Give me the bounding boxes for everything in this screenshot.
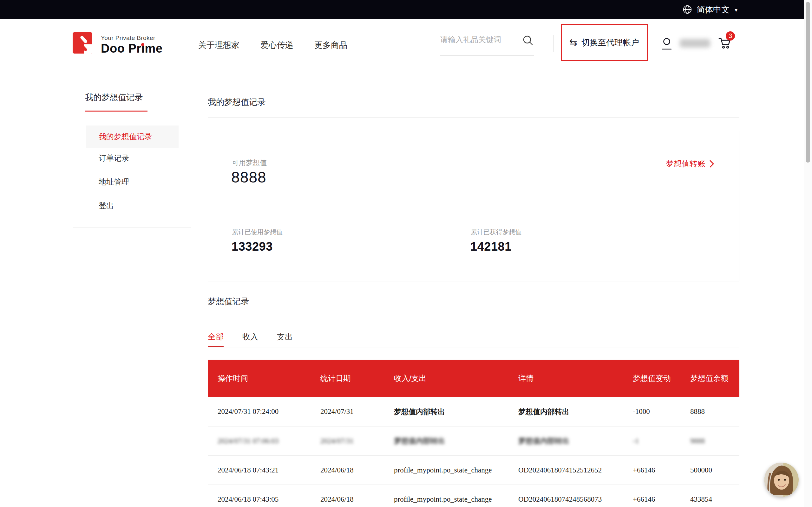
globe-icon xyxy=(682,4,693,14)
search-input[interactable] xyxy=(440,35,516,44)
cell-balance: 9888 xyxy=(690,437,740,445)
sidebar-item-my-dream-value-records[interactable]: 我的梦想值记录 xyxy=(86,125,179,148)
search-icon[interactable] xyxy=(522,35,534,47)
earned-dream-value-label: 累计已获得梦想值 xyxy=(471,228,521,236)
sidebar-title: 我的梦想值记录 xyxy=(85,92,143,103)
cell-change: +66146 xyxy=(633,466,690,474)
table-row: 2024/06/18 07:43:21 2024/06/18 profile_m… xyxy=(208,455,740,485)
tab-income[interactable]: 收入 xyxy=(242,331,258,342)
chevron-right-icon xyxy=(709,159,714,168)
header-operation-time: 操作时间 xyxy=(217,373,320,384)
divider xyxy=(208,117,740,118)
cell-income-expense: 梦想值内部转出 xyxy=(394,407,518,417)
user-account-icon[interactable] xyxy=(660,37,673,53)
cell-change: +66146 xyxy=(633,495,690,504)
cell-details: OD20240618074248568073 xyxy=(518,495,633,504)
cell-income-expense: profile_mypoint.po_state_change xyxy=(394,495,518,504)
divider xyxy=(208,316,740,316)
tabs-divider xyxy=(208,348,740,348)
sidebar-item-logout[interactable]: 登出 xyxy=(86,194,179,217)
sidebar: 我的梦想值记录 我的梦想值记录 订单记录 地址管理 登出 xyxy=(73,81,191,228)
switch-arrows-icon: ⇆ xyxy=(569,38,577,47)
table-row: 2024/07/31 07:24:00 2024/07/31 梦想值内部转出 梦… xyxy=(208,397,740,426)
cell-stat-date: 2024/06/18 xyxy=(320,495,394,504)
transfer-label: 梦想值转账 xyxy=(666,158,705,169)
header: Your Private Broker Doo Prime 关于理想家 爱心传递… xyxy=(0,19,812,81)
cell-stat-date: 2024/07/31 xyxy=(320,437,394,445)
header-details: 详情 xyxy=(518,373,633,384)
brand-name: Doo Prime xyxy=(101,42,163,55)
tab-expense[interactable]: 支出 xyxy=(277,331,293,342)
tab-all[interactable]: 全部 xyxy=(208,331,223,342)
language-label: 简体中文 xyxy=(697,4,729,15)
card-divider xyxy=(232,208,716,208)
username-blurred xyxy=(680,39,710,48)
nav-item-charity[interactable]: 爱心传递 xyxy=(260,40,293,51)
language-selector[interactable]: 简体中文 ▼ xyxy=(682,0,739,19)
table-row: 2024/06/18 07:43:05 2024/06/18 profile_m… xyxy=(208,485,740,507)
logo-tagline: Your Private Broker xyxy=(101,35,163,42)
dream-value-transfer-link[interactable]: 梦想值转账 xyxy=(666,158,714,169)
header-income-expense: 收入/支出 xyxy=(394,373,518,384)
header-dream-value-change: 梦想值变动 xyxy=(633,373,690,384)
cell-balance: 433854 xyxy=(690,495,740,504)
main-nav: 关于理想家 爱心传递 更多商品 xyxy=(198,40,347,51)
support-avatar[interactable] xyxy=(764,463,799,497)
header-dream-value-balance: 梦想值余额 xyxy=(690,373,740,384)
used-dream-value: 133293 xyxy=(232,240,273,253)
header-stat-date: 统计日期 xyxy=(320,373,394,384)
nav-item-about[interactable]: 关于理想家 xyxy=(198,40,240,51)
cell-change: -1000 xyxy=(633,407,690,416)
cell-change: -1 xyxy=(633,437,690,445)
cell-operation-time: 2024/07/31 07:06:03 xyxy=(217,437,320,445)
scrollbar-thumb[interactable] xyxy=(806,2,810,163)
cell-balance: 8888 xyxy=(690,407,740,416)
table-header-row: 操作时间 统计日期 收入/支出 详情 梦想值变动 梦想值余额 xyxy=(208,360,740,397)
sidebar-title-underline xyxy=(85,111,148,112)
page: 简体中文 ▼ Your Private Broker Doo Prime 关于理… xyxy=(0,0,812,507)
available-dream-value: 8888 xyxy=(231,169,266,186)
cell-details: 梦想值内部转出 xyxy=(518,436,633,446)
cell-income-expense: profile_mypoint.po_state_change xyxy=(394,466,518,474)
doo-prime-logo-icon[interactable] xyxy=(72,32,92,54)
records-tabs: 全部 收入 支出 xyxy=(208,331,293,342)
logo-text[interactable]: Your Private Broker Doo Prime xyxy=(101,35,163,55)
used-dream-value-label: 累计已使用梦想值 xyxy=(232,228,283,236)
earned-dream-value: 142181 xyxy=(470,240,512,253)
search-bar xyxy=(440,35,534,44)
cell-operation-time: 2024/06/18 07:43:21 xyxy=(217,466,320,474)
records-table: 操作时间 统计日期 收入/支出 详情 梦想值变动 梦想值余额 2024/07/3… xyxy=(208,360,740,507)
nav-item-more-products[interactable]: 更多商品 xyxy=(314,40,347,51)
chevron-down-icon: ▼ xyxy=(734,7,739,13)
cell-details: 梦想值内部转出 xyxy=(518,407,633,417)
header-divider xyxy=(554,35,554,52)
switch-to-agent-account-button[interactable]: ⇆ 切换至代理帐户 xyxy=(561,24,648,61)
cart-badge: 3 xyxy=(726,32,735,41)
cell-stat-date: 2024/07/31 xyxy=(320,407,394,416)
table-row-blurred: 2024/07/31 07:06:03 2024/07/31 梦想值内部转出 梦… xyxy=(208,426,740,455)
dream-value-summary-card: 可用梦想值 8888 梦想值转账 累计已使用梦想值 133293 累计已获得梦想… xyxy=(208,131,740,281)
cell-details: OD20240618074152512652 xyxy=(518,466,633,474)
sidebar-item-address-management[interactable]: 地址管理 xyxy=(86,171,179,193)
cell-operation-time: 2024/06/18 07:43:05 xyxy=(217,495,320,504)
top-bar: 简体中文 ▼ xyxy=(0,0,812,19)
available-dream-value-label: 可用梦想值 xyxy=(232,158,267,168)
cell-income-expense: 梦想值内部转出 xyxy=(394,436,518,446)
active-tab-underline xyxy=(208,346,223,347)
scrollbar-track[interactable] xyxy=(804,0,812,507)
switch-account-label: 切换至代理帐户 xyxy=(581,37,639,48)
sidebar-item-order-records[interactable]: 订单记录 xyxy=(86,147,179,169)
records-section-title: 梦想值记录 xyxy=(208,296,249,307)
page-title: 我的梦想值记录 xyxy=(208,97,265,108)
cell-balance: 500000 xyxy=(690,466,740,474)
cell-operation-time: 2024/07/31 07:24:00 xyxy=(217,407,320,416)
cell-stat-date: 2024/06/18 xyxy=(320,466,394,474)
